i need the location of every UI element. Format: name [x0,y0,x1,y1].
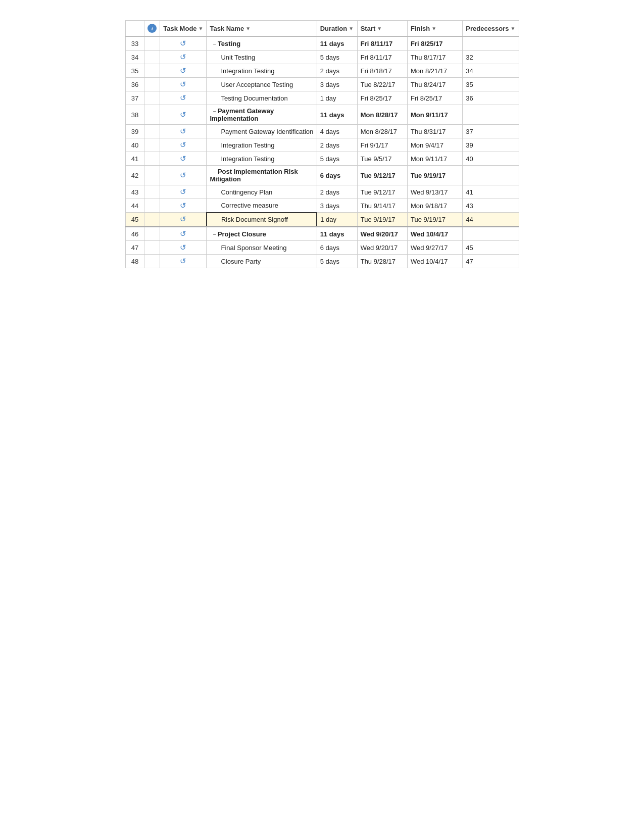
task-name-text: Testing Documentation [210,94,287,102]
table-row[interactable]: 43↺Contingency Plan2 daysTue 9/12/17Wed … [125,185,519,199]
task-mode-icon: ↺ [180,93,186,103]
th-duration[interactable]: Duration ▼ [317,21,357,37]
table-row[interactable]: 34↺Unit Testing5 daysFri 8/11/17Thu 8/17… [125,51,519,64]
cell-duration: 1 day [317,213,357,227]
th-mode-label: Task Mode [163,25,196,32]
cell-info [144,105,160,125]
collapse-icon[interactable]: − [213,108,216,114]
th-duration-label: Duration [320,25,347,32]
table-row[interactable]: 42↺−Post Implementation Risk Mitigation6… [125,166,519,185]
cell-id: 35 [125,64,144,78]
cell-mode: ↺ [160,227,207,241]
table-row[interactable]: 48↺Closure Party5 daysThu 9/28/17Wed 10/… [125,255,519,268]
cell-task-name[interactable]: Final Sponsor Meeting [207,241,317,255]
th-info: i [144,21,160,37]
cell-task-name[interactable]: Risk Document Signoff [207,213,317,227]
task-mode-icon: ↺ [180,66,186,75]
cell-info [144,199,160,213]
th-finish-label: Finish [411,25,430,32]
cell-task-name[interactable]: −Project Closure [207,227,317,241]
cell-predecessors: 32 [463,51,519,64]
cell-info [144,138,160,152]
cell-info [144,185,160,199]
collapse-icon[interactable]: − [213,169,216,175]
cell-task-name[interactable]: Integration Testing [207,138,317,152]
cell-finish: Thu 8/17/17 [408,51,463,64]
table-body: 33↺−Testing11 daysFri 8/11/17Fri 8/25/17… [125,36,519,268]
cell-finish: Fri 8/25/17 [408,36,463,51]
cell-duration: 1 day [317,91,357,105]
cell-mode: ↺ [160,105,207,125]
task-name-text: −Testing [210,40,240,47]
table-row[interactable]: 36↺User Acceptance Testing3 daysTue 8/22… [125,78,519,91]
cell-task-name[interactable]: Integration Testing [207,64,317,78]
table-row[interactable]: 35↺Integration Testing2 daysFri 8/18/17M… [125,64,519,78]
th-finish[interactable]: Finish ▼ [408,21,463,37]
cell-finish: Thu 8/31/17 [408,125,463,138]
task-mode-icon: ↺ [180,215,186,224]
table-row[interactable]: 44↺Corrective measure3 daysThu 9/14/17Mo… [125,199,519,213]
th-start[interactable]: Start ▼ [357,21,407,37]
cell-finish: Thu 8/24/17 [408,78,463,91]
th-name[interactable]: Task Name ▼ [207,21,317,37]
table-row[interactable]: 47↺Final Sponsor Meeting6 daysWed 9/20/1… [125,241,519,255]
th-predecessors[interactable]: Predecessors ▼ [463,21,519,37]
info-icon: i [147,24,157,33]
cell-task-name[interactable]: User Acceptance Testing [207,78,317,91]
cell-id: 33 [125,36,144,51]
cell-start: Mon 8/28/17 [357,105,407,125]
task-mode-icon: ↺ [180,229,186,238]
cell-duration: 4 days [317,125,357,138]
cell-task-name[interactable]: Testing Documentation [207,91,317,105]
cell-mode: ↺ [160,138,207,152]
table-row[interactable]: 38↺−Payment Gateway Implementation11 day… [125,105,519,125]
cell-duration: 5 days [317,51,357,64]
table-row[interactable]: 46↺−Project Closure11 daysWed 9/20/17Wed… [125,227,519,241]
collapse-icon[interactable]: − [213,41,216,47]
cell-finish: Wed 10/4/17 [408,227,463,241]
cell-task-name[interactable]: Unit Testing [207,51,317,64]
cell-id: 38 [125,105,144,125]
cell-task-name[interactable]: Corrective measure [207,199,317,213]
task-mode-icon: ↺ [180,127,186,136]
cell-finish: Tue 9/19/17 [408,166,463,185]
cell-start: Fri 8/25/17 [357,91,407,105]
cell-id: 46 [125,227,144,241]
table-row[interactable]: 45↺Risk Document Signoff1 dayTue 9/19/17… [125,213,519,227]
cell-start: Tue 8/22/17 [357,78,407,91]
cell-task-name[interactable]: −Testing [207,36,317,51]
th-mode[interactable]: Task Mode ▼ [160,21,207,37]
cell-task-name[interactable]: Payment Gateway Identification [207,125,317,138]
cell-predecessors: 44 [463,213,519,227]
cell-task-name[interactable]: −Payment Gateway Implementation [207,105,317,125]
cell-id: 47 [125,241,144,255]
cell-start: Fri 8/11/17 [357,36,407,51]
cell-duration: 6 days [317,241,357,255]
th-finish-sort-icon: ▼ [431,26,436,31]
cell-task-name[interactable]: Closure Party [207,255,317,268]
cell-start: Wed 9/20/17 [357,241,407,255]
table-row[interactable]: 41↺Integration Testing5 daysTue 9/5/17Mo… [125,152,519,166]
table-row[interactable]: 37↺Testing Documentation1 dayFri 8/25/17… [125,91,519,105]
cell-mode: ↺ [160,241,207,255]
task-mode-icon: ↺ [180,39,186,48]
cell-mode: ↺ [160,213,207,227]
task-name-text: −Post Implementation Risk Mitigation [210,168,298,183]
cell-predecessors: 37 [463,125,519,138]
task-name-text: Final Sponsor Meeting [210,244,286,252]
cell-duration: 2 days [317,138,357,152]
collapse-icon[interactable]: − [213,231,216,237]
cell-task-name[interactable]: Integration Testing [207,152,317,166]
th-mode-sort-icon: ▼ [199,26,204,31]
cell-task-name[interactable]: −Post Implementation Risk Mitigation [207,166,317,185]
cell-finish: Wed 10/4/17 [408,255,463,268]
cell-id: 45 [125,213,144,227]
table-row[interactable]: 39↺Payment Gateway Identification4 daysM… [125,125,519,138]
table-row[interactable]: 40↺Integration Testing2 daysFri 9/1/17Mo… [125,138,519,152]
cell-task-name[interactable]: Contingency Plan [207,185,317,199]
th-id [125,21,144,37]
cell-id: 48 [125,255,144,268]
th-predecessors-label: Predecessors [466,25,509,32]
task-name-text: Integration Testing [210,67,274,75]
table-row[interactable]: 33↺−Testing11 daysFri 8/11/17Fri 8/25/17 [125,36,519,51]
